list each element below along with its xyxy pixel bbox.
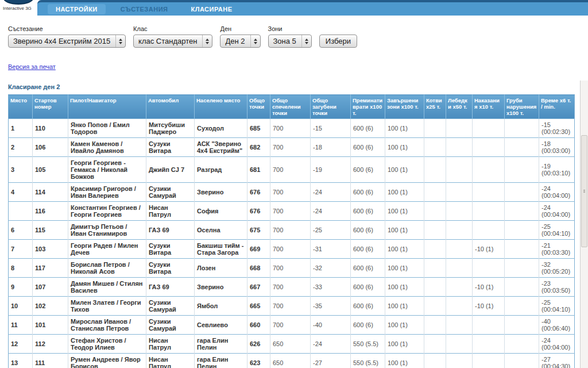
submit-filter-group: Избери: [319, 34, 357, 48]
ranking-table-body: 1110Янко Попов / Емил ТодоровМитсубиши П…: [9, 119, 575, 368]
cell-car: Сузуки Витара: [146, 259, 195, 278]
table-row: 6115Димитър Петьов / Иван СтанимировГАЗ …: [9, 221, 575, 240]
cell-total: 669: [247, 240, 270, 259]
zone-filter-group: Зони Зона 5: [268, 25, 312, 48]
cell-anchors: [424, 278, 446, 297]
cell-lost: -25: [311, 221, 351, 240]
scrollbar-thumb[interactable]: [581, 135, 587, 247]
cell-anchors: [424, 297, 446, 316]
cell-car: Митсубиши Паджеро: [146, 119, 195, 138]
cell-winches: [446, 316, 473, 335]
cell-winches: [446, 119, 473, 138]
cell-winches: [446, 183, 473, 202]
cell-car: Сузики Самурай: [146, 297, 195, 316]
cell-town: Суходол: [195, 119, 247, 138]
cell-crew: Милен Златев / Георги Тихов: [68, 297, 146, 316]
column-header-time: Време x6 т. / min.: [539, 95, 575, 119]
cell-penalties: [473, 119, 505, 138]
cell-penalties: [473, 183, 505, 202]
cell-won: 700: [270, 259, 311, 278]
cell-winches: [446, 259, 473, 278]
cell-time: -40 (00:06:40): [539, 316, 575, 335]
nav-item-competitions[interactable]: СЪСТЕЗАНИЯ: [113, 4, 176, 14]
cell-start_number: 103: [33, 240, 68, 259]
cell-time: -25 (00:04:10): [539, 221, 575, 240]
cell-gates: 600 (6): [351, 278, 385, 297]
cell-winches: [446, 278, 473, 297]
zone-select-value: Зона 5: [273, 37, 296, 45]
cell-zones: 100 (1): [385, 259, 424, 278]
cell-won: 700: [270, 240, 311, 259]
cell-town: Разград: [195, 157, 247, 183]
cell-total: 623: [247, 354, 270, 368]
ranking-table: МястоСтартов номерПилот/НавигаторАвтомоб…: [8, 94, 575, 368]
cell-anchors: [424, 335, 446, 354]
cell-zones: 100 (1): [385, 202, 424, 221]
zone-select[interactable]: Зона 5: [268, 34, 312, 48]
cell-town: Лозен: [195, 259, 247, 278]
competition-select[interactable]: Зверино 4x4 Екстрийм 2015: [8, 34, 126, 48]
select-button[interactable]: Избери: [319, 34, 357, 48]
cell-gates: 550 (5.5): [351, 335, 385, 354]
cell-place: 13: [9, 354, 33, 368]
nav-item-settings[interactable]: НАСТРОЙКИ: [48, 4, 106, 14]
table-row: 13111Румен Андреев / Явор БорисовНисан П…: [9, 354, 575, 368]
cell-violations: [505, 202, 539, 221]
cell-time: -15 (00:02:30): [539, 119, 575, 138]
print-version-link[interactable]: Версия за печат: [8, 63, 56, 70]
cell-time: -19 (00:03:10): [539, 157, 575, 183]
cell-car: Сузики Самурай: [146, 316, 195, 335]
cell-lost: -24: [311, 202, 351, 221]
class-select[interactable]: клас Стандартен: [133, 34, 212, 48]
cell-town: АСК "Зверино 4x4 Екстрийм": [195, 138, 247, 157]
cell-gates: 600 (6): [351, 221, 385, 240]
vertical-scrollbar[interactable]: [580, 80, 588, 368]
cell-crew: Дамян Мишев / Стилян Василев: [68, 278, 146, 297]
cell-place: 4: [9, 183, 33, 202]
column-header-crew: Пилот/Навигатор: [68, 95, 146, 119]
cell-town: Зверино: [195, 278, 247, 297]
cell-violations: [505, 259, 539, 278]
cell-gates: 600 (6): [351, 259, 385, 278]
table-row: 12112Стефан Христов / Теодор ИлиевНисан …: [9, 335, 575, 354]
cell-time: -27 (00:04:30): [539, 354, 575, 368]
cell-violations: [505, 183, 539, 202]
cell-gates: 600 (6): [351, 297, 385, 316]
column-header-won: Общо спечелени точки: [270, 95, 311, 119]
cell-won: 700: [270, 183, 311, 202]
cell-violations: [505, 240, 539, 259]
cell-won: 700: [270, 278, 311, 297]
day-select[interactable]: Ден 2: [220, 34, 260, 48]
cell-town: Оселна: [195, 221, 247, 240]
cell-lost: -27: [311, 354, 351, 368]
table-row: 3105Георги Георгиев - Гемакса / Николай …: [9, 157, 575, 183]
cell-crew: Георги Радев / Милен Дечев: [68, 240, 146, 259]
class-filter-group: Клас клас Стандартен: [133, 25, 212, 48]
cell-gates: 600 (6): [351, 316, 385, 335]
cell-winches: [446, 202, 473, 221]
cell-total: 667: [247, 278, 270, 297]
cell-start_number: 110: [33, 119, 68, 138]
cell-zones: 100 (1): [385, 221, 424, 240]
cell-zones: 100 (1): [385, 119, 424, 138]
cell-winches: [446, 240, 473, 259]
cell-anchors: [424, 119, 446, 138]
header-row: МястоСтартов номерПилот/НавигаторАвтомоб…: [9, 95, 575, 119]
logo-text: Interactive 3G: [3, 6, 32, 11]
cell-total: 675: [247, 221, 270, 240]
cell-total: 685: [247, 119, 270, 138]
select-arrows-icon: [115, 35, 122, 47]
cell-crew: Георги Георгиев - Гемакса / Николай Божк…: [68, 157, 146, 183]
cell-place: 7: [9, 240, 33, 259]
zone-label: Зони: [268, 25, 312, 32]
cell-time: -21 (00:03:30): [539, 240, 575, 259]
column-header-start_number: Стартов номер: [33, 95, 68, 119]
nav-item-ranking[interactable]: КЛАСИРАНЕ: [183, 4, 240, 14]
cell-won: 700: [270, 221, 311, 240]
cell-zones: 100 (1): [385, 183, 424, 202]
table-row: 4114Красимир Григоров / Иван ВалериевСуз…: [9, 183, 575, 202]
cell-winches: [446, 157, 473, 183]
cell-anchors: [424, 202, 446, 221]
day-select-value: Ден 2: [225, 37, 245, 45]
cell-won: 700: [270, 297, 311, 316]
